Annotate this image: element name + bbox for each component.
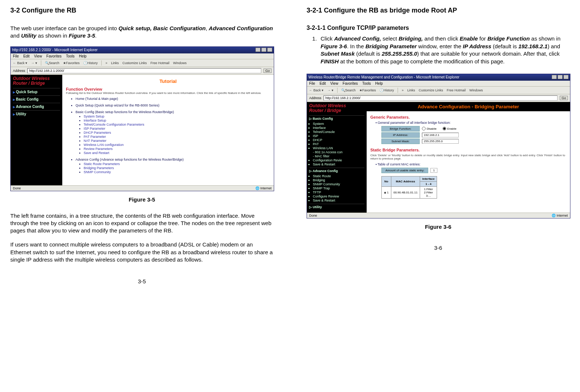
- main-header: Advance Configuration - Bridging Paramet…: [367, 102, 570, 111]
- nav-basic-config[interactable]: Basic Config: [13, 95, 60, 103]
- go-button[interactable]: Go: [263, 69, 272, 73]
- go-button[interactable]: Go: [560, 96, 568, 100]
- ie-titlebar: Wireless Router/Bridge Remote Management…: [307, 74, 570, 81]
- nav-utility[interactable]: Utility: [13, 110, 60, 118]
- ip-address-input[interactable]: 192.168.2.1: [422, 133, 459, 137]
- left-column: 3-2 Configure the RB The web user interf…: [10, 7, 273, 284]
- ie-toolbar[interactable]: ← Back ▾→ ▾ 🔍Search ★Favorites 🕓History …: [11, 59, 274, 67]
- address-input[interactable]: http://192.168.2.1:2000/: [324, 95, 558, 101]
- side-basic-config[interactable]: Basic Config: [309, 115, 364, 122]
- nav-quick-setup[interactable]: Quick Setup: [13, 88, 60, 95]
- figure-3-5-caption: Figure 3-5: [10, 196, 273, 203]
- fig6-sidebar: Outdoor Wireless Router / Bridge Basic C…: [307, 102, 367, 213]
- radio-disable[interactable]: Disable: [422, 127, 437, 130]
- subnet-mask-input[interactable]: 255.255.255.0: [422, 139, 459, 144]
- ie-statusbar: Done 🌐 Internet: [307, 213, 570, 218]
- ie-address-bar: Address http://192.168.2.1:2000/ Go: [307, 94, 570, 102]
- heading-3-2-1: 3-2-1 Configure the RB as bridge mode Ro…: [307, 7, 570, 14]
- ie-toolbar[interactable]: ← Back ▾→ ▾ 🔍Search ★Favorites 🕓History …: [307, 87, 570, 94]
- nav-advance-config[interactable]: Advance Config: [13, 103, 60, 110]
- side-utility[interactable]: Utility: [309, 204, 364, 210]
- amount-value: 1: [430, 168, 437, 173]
- ie-address-bar: Address http://192.168.2.1:2000/ Go: [11, 67, 274, 75]
- side-advance-config[interactable]: Advance Config: [309, 168, 364, 174]
- heading-3-2: 3-2 Configure the RB: [10, 7, 273, 14]
- brand-text: Outdoor Wireless Router / Bridge: [13, 76, 60, 86]
- heading-3-2-1-1: 3-2-1-1 Configure TCP/IP parameters: [307, 25, 570, 31]
- steps-list: Click Advanced Config, select Bridging, …: [307, 35, 570, 66]
- figure-3-6: Wireless Router/Bridge Remote Management…: [307, 74, 570, 218]
- radio-enable[interactable]: Enable: [443, 127, 457, 130]
- page-number-left: 3-5: [10, 278, 273, 284]
- ie-titlebar: http://192.168.2.1:2000/ - Microsoft Int…: [11, 47, 274, 53]
- window-buttons[interactable]: [255, 48, 272, 53]
- mac-input[interactable]: 00.90.4B.01.01.11: [391, 186, 420, 198]
- fig5-main: Tutorial Function Overview Following lis…: [62, 75, 274, 185]
- brand-text: Outdoor Wireless Router / Bridge: [309, 104, 364, 113]
- fig6-main: Advance Configuration - Bridging Paramet…: [367, 102, 570, 213]
- intro-paragraph: The web user interface can be grouped in…: [10, 25, 273, 40]
- ie-statusbar: Done 🌐 Internet: [11, 185, 274, 191]
- broadband-paragraph: If users want to connect multiple wirele…: [10, 241, 273, 263]
- tutorial-title: Tutorial: [66, 78, 270, 84]
- figure-3-6-caption: Figure 3-6: [307, 224, 570, 230]
- window-buttons[interactable]: [551, 75, 569, 80]
- step-1: Click Advanced Config, select Bridging, …: [318, 35, 570, 66]
- figure-3-5: http://192.168.2.1:2000/ - Microsoft Int…: [10, 46, 274, 191]
- right-column: 3-2-1 Configure the RB as bridge mode Ro…: [307, 7, 570, 284]
- mac-table: No MAC Address Interface 1 - 4 ◉ 1 00.90…: [381, 176, 437, 199]
- tree-paragraph: The left frame contains, in a tree struc…: [10, 212, 273, 235]
- page-number-right: 3-6: [307, 245, 570, 251]
- fig5-sidebar: Outdoor Wireless Router / Bridge Quick S…: [11, 75, 62, 185]
- ie-menubar[interactable]: File Edit View Favorites Tools Help: [11, 53, 274, 59]
- ie-menubar[interactable]: File Edit View Favorites Tools Help: [307, 81, 570, 87]
- address-input[interactable]: http://192.168.2.1:2000/: [27, 68, 261, 73]
